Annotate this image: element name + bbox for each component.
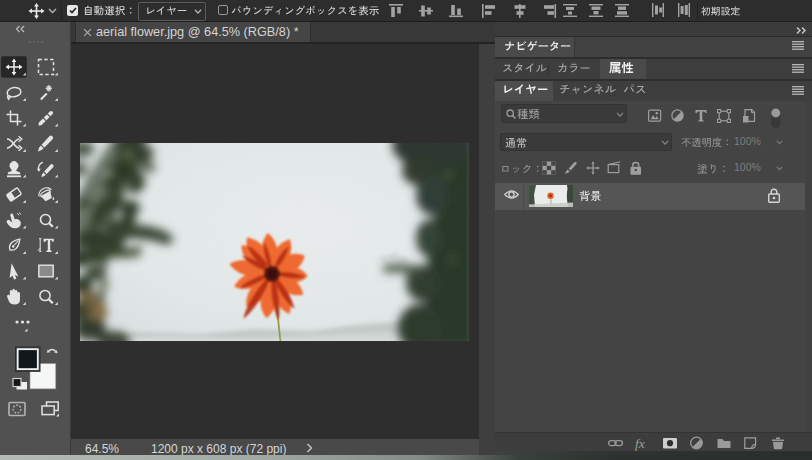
svg-text:fx: fx	[635, 436, 645, 451]
